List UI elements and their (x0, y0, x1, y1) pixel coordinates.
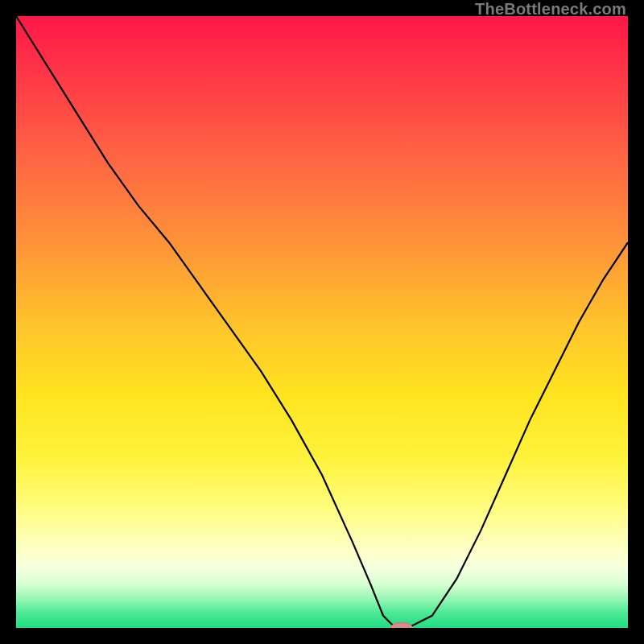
watermark-text: TheBottleneck.com (475, 0, 626, 19)
gradient-background (16, 16, 628, 628)
plot-area (16, 16, 628, 628)
chart-svg (16, 16, 628, 628)
chart-container: TheBottleneck.com (0, 0, 644, 644)
